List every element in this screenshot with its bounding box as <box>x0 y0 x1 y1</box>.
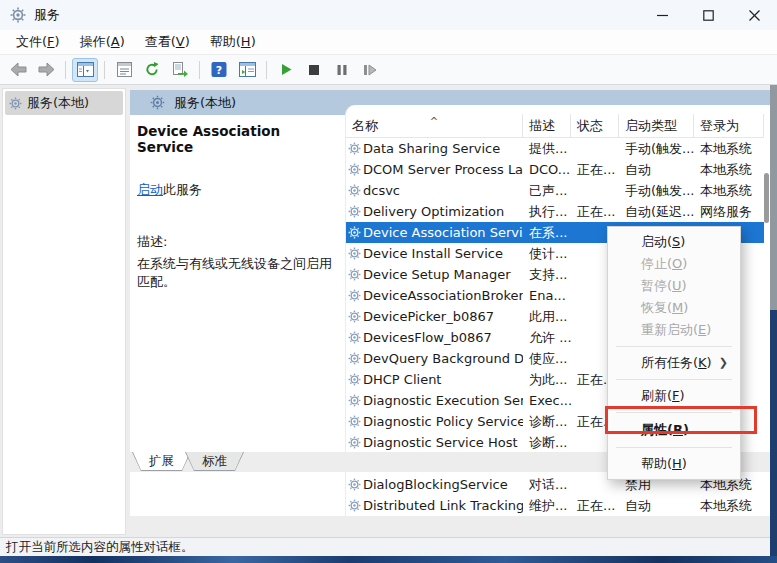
start-service-suffix: 此服务 <box>163 182 202 197</box>
submenu-arrow-icon: ❯ <box>719 352 728 374</box>
cell-logon-as: 本地系统 <box>694 138 764 159</box>
tab-label: 扩展 <box>133 452 190 470</box>
cell-description: Ena... <box>523 285 571 306</box>
cell-name: Diagnostic Execution Ser... <box>346 390 523 411</box>
start-service-icon <box>280 63 293 76</box>
service-description: 在系统与有线或无线设备之间启用匹配。 <box>137 255 343 291</box>
cell-name: Diagnostic Policy Service <box>346 411 523 432</box>
tab-standard[interactable]: 标准 <box>185 452 244 471</box>
cell-description: 维护... <box>523 495 571 516</box>
cell-status: 正在... <box>571 201 619 222</box>
cell-status: 正在... <box>571 495 619 516</box>
desktop-edge-top <box>770 85 777 310</box>
console-tree-panel: 服务(本地) <box>2 88 126 535</box>
cell-name: Device Association Service <box>346 222 523 243</box>
context-menu-separator <box>616 447 732 448</box>
cell-status <box>571 180 619 201</box>
cell-name: DeviceAssociationBroker... <box>346 285 523 306</box>
toolbar-export-list-button[interactable] <box>167 58 193 82</box>
status-text: 打开当前所选内容的属性对话框。 <box>6 539 194 556</box>
table-row[interactable]: Data Sharing Service提供...手动(触发...本地系统 <box>346 138 764 159</box>
cell-status: 正在... <box>571 159 619 180</box>
title-bar: 服务 <box>0 0 777 30</box>
cell-status <box>571 138 619 159</box>
toolbar-show-console-tree-button[interactable] <box>72 58 98 82</box>
menu-item-2[interactable]: 查看(V) <box>135 30 200 54</box>
table-row[interactable]: Delivery Optimization执行...正在...自动(延迟...网… <box>346 201 764 222</box>
maximize-button[interactable] <box>685 0 731 30</box>
column-header-1[interactable]: 描述 <box>523 114 571 138</box>
toolbar-show-description-button[interactable] <box>234 58 260 82</box>
close-button[interactable] <box>731 0 777 30</box>
cell-description: 在系... <box>523 222 571 243</box>
cell-startup-type: 自动 <box>619 159 694 180</box>
tab-extended[interactable]: 扩展 <box>132 452 191 471</box>
show-description-icon <box>239 62 256 77</box>
cell-name: Diagnostic Service Host <box>346 432 523 453</box>
cell-description: 已声... <box>523 180 571 201</box>
cell-description: 诊断... <box>523 432 571 453</box>
cell-description: 支持... <box>523 264 571 285</box>
cell-name: dcsvc <box>346 180 523 201</box>
annotation-highlight-box <box>605 406 757 434</box>
list-header: 名称^描述状态启动类型登录为 <box>346 114 764 138</box>
desktop-edge-bottom <box>770 310 777 556</box>
svg-text:?: ? <box>216 64 222 77</box>
cell-description: 此用... <box>523 306 571 327</box>
cell-name: Delivery Optimization <box>346 201 523 222</box>
table-row[interactable]: Distributed Link Tracking...维护...正在...自动… <box>346 495 764 516</box>
cell-logon-as: 网络服务 <box>694 201 764 222</box>
pause-service-icon <box>336 64 348 76</box>
cell-startup-type: 自动(延迟... <box>619 201 694 222</box>
cell-description: 诊断... <box>523 411 571 432</box>
cell-name: Device Setup Manager <box>346 264 523 285</box>
column-header-3[interactable]: 启动类型 <box>619 114 694 138</box>
toolbar-separator <box>65 61 66 79</box>
menu-item-0[interactable]: 文件(F) <box>6 30 70 54</box>
toolbar-pause-service-button[interactable] <box>329 58 355 82</box>
cell-startup-type: 自动 <box>619 495 694 516</box>
toolbar-back-button[interactable] <box>5 58 31 82</box>
toolbar-properties-button[interactable] <box>111 58 137 82</box>
context-menu-item-6[interactable]: 所有任务(K)❯ <box>608 352 740 374</box>
toolbar-start-service-button[interactable] <box>273 58 299 82</box>
cell-name: Data Sharing Service <box>346 138 523 159</box>
toolbar-stop-service-button[interactable] <box>301 58 327 82</box>
tab-label: 标准 <box>186 452 243 470</box>
column-header-0[interactable]: 名称^ <box>346 114 523 138</box>
toolbar-restart-service-button[interactable] <box>357 58 383 82</box>
context-menu-item-4: 重新启动(E) <box>608 319 740 341</box>
toolbar-refresh-button[interactable] <box>139 58 165 82</box>
context-menu-separator <box>616 379 732 380</box>
context-menu-item-12[interactable]: 帮助(H) <box>608 453 740 475</box>
tree-item-services-local[interactable]: 服务(本地) <box>5 91 123 115</box>
status-bar: 打开当前所选内容的属性对话框。 <box>0 537 777 556</box>
help-icon: ? <box>211 62 227 77</box>
context-menu: 启动(S)停止(O)暂停(U)恢复(M)重新启动(E)所有任务(K)❯刷新(F)… <box>607 226 741 480</box>
cell-name: DialogBlockingService <box>346 474 523 495</box>
toolbar-help-button[interactable]: ? <box>206 58 232 82</box>
cell-startup-type: 手动(触发... <box>619 180 694 201</box>
band-gear-icon <box>150 95 165 110</box>
column-header-2[interactable]: 状态 <box>571 114 619 138</box>
cell-description: 允许 ... <box>523 327 571 348</box>
start-service-link[interactable]: 启动 <box>137 182 163 197</box>
context-menu-item-0[interactable]: 启动(S) <box>608 231 740 253</box>
context-menu-item-8[interactable]: 刷新(F) <box>608 385 740 407</box>
service-gear-icon <box>9 97 22 110</box>
column-header-4[interactable]: 登录为 <box>694 114 764 138</box>
table-row[interactable]: DCOM Server Process La...DCO...正在...自动本地… <box>346 159 764 180</box>
desktop-wallpaper-strip <box>0 556 777 563</box>
toolbar-forward-button[interactable] <box>33 58 59 82</box>
cell-name: DCOM Server Process La... <box>346 159 523 180</box>
stop-service-icon <box>308 64 320 76</box>
menu-item-1[interactable]: 操作(A) <box>70 30 135 54</box>
window-title: 服务 <box>34 6 60 24</box>
menu-item-3[interactable]: 帮助(H) <box>200 30 266 54</box>
cell-description: 使应... <box>523 348 571 369</box>
table-row[interactable]: dcsvc已声...手动(触发...本地系统 <box>346 180 764 201</box>
refresh-icon <box>144 62 160 77</box>
tree-item-label: 服务(本地) <box>27 94 89 112</box>
minimize-button[interactable] <box>639 0 685 30</box>
scrollbar-thumb[interactable] <box>764 173 769 223</box>
